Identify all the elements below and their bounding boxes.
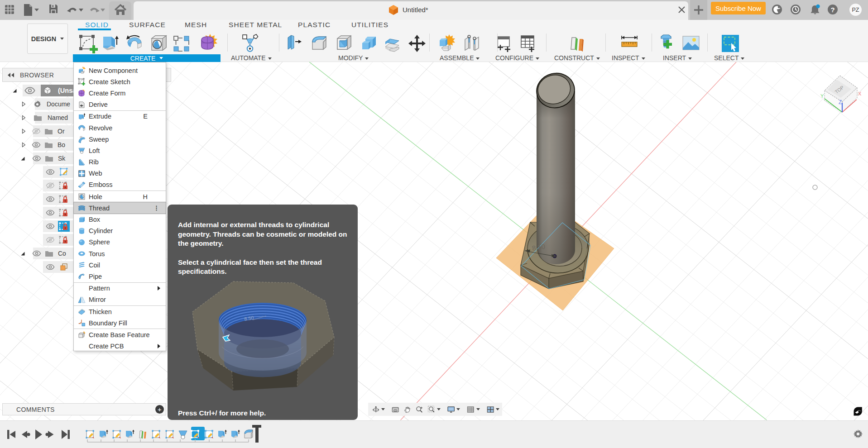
svg-text:Y: Y [820,93,824,99]
svg-text:X: X [858,91,862,96]
svg-text:Z: Z [839,99,842,105]
